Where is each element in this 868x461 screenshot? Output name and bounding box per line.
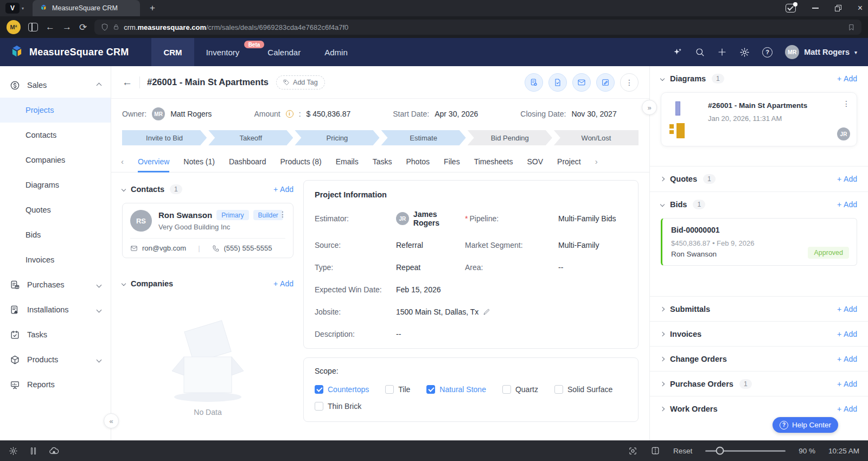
pipeline-stage-takeoff[interactable]: Takeoff bbox=[208, 130, 293, 145]
shield-icon[interactable] bbox=[101, 23, 108, 31]
expected-win-date-value[interactable]: Feb 15, 2026 bbox=[396, 285, 627, 294]
sidebar-item-purchases[interactable]: Purchases bbox=[0, 272, 111, 297]
contact-more-button[interactable]: ⋮ bbox=[279, 210, 286, 219]
nav-item-calendar[interactable]: Calendar bbox=[256, 38, 312, 66]
zoom-reset-button[interactable]: Reset bbox=[673, 447, 692, 455]
add-bid-button[interactable]: +Add bbox=[837, 200, 857, 209]
tab-dashboard[interactable]: Dashboard bbox=[229, 151, 266, 172]
user-menu[interactable]: MR Matt Rogers ▾ bbox=[785, 45, 857, 59]
sidebar-item-products[interactable]: Products bbox=[0, 347, 111, 372]
chevron-down-icon[interactable] bbox=[122, 281, 126, 286]
back-button[interactable]: ← bbox=[46, 22, 55, 33]
search-icon[interactable] bbox=[695, 47, 705, 57]
add-change-order-button[interactable]: +Add bbox=[837, 355, 857, 363]
sidebar-item-invoices[interactable]: Invoices bbox=[0, 247, 111, 272]
help-center-button[interactable]: ? Help Center bbox=[773, 417, 838, 433]
zoom-slider-knob[interactable] bbox=[716, 447, 724, 455]
email-button[interactable] bbox=[572, 73, 591, 92]
new-tab-button[interactable]: + bbox=[150, 3, 155, 14]
add-purchase-order-button[interactable]: +Add bbox=[837, 380, 857, 388]
tab-files[interactable]: Files bbox=[444, 151, 460, 172]
source-value[interactable]: Referral bbox=[396, 241, 465, 249]
chevron-down-icon[interactable] bbox=[660, 202, 665, 207]
add-quote-button[interactable]: +Add bbox=[837, 175, 857, 183]
pipeline-stage-pricing[interactable]: Pricing bbox=[295, 130, 379, 145]
scope-option-countertops[interactable]: Countertops bbox=[315, 385, 369, 394]
estimator-value[interactable]: JRJames Rogers bbox=[396, 210, 465, 227]
sidebar-item-projects[interactable]: Projects bbox=[0, 98, 111, 123]
minimize-button[interactable] bbox=[812, 8, 819, 9]
chevron-right-icon[interactable] bbox=[660, 306, 665, 311]
scope-option-tile[interactable]: Tile bbox=[385, 385, 410, 394]
chevron-right-icon[interactable] bbox=[660, 331, 665, 336]
chevron-down-icon[interactable] bbox=[660, 76, 665, 81]
diagram-more-button[interactable]: ⋮ bbox=[843, 99, 850, 108]
zoom-slider[interactable] bbox=[705, 450, 786, 452]
sidebar-item-diagrams[interactable]: Diagrams bbox=[0, 172, 111, 197]
scope-option-natural-stone[interactable]: Natural Stone bbox=[426, 385, 486, 394]
nav-item-crm[interactable]: CRM bbox=[151, 38, 194, 66]
create-document-button[interactable] bbox=[525, 73, 543, 92]
compose-button[interactable] bbox=[596, 73, 615, 92]
tab-timesheets[interactable]: Timesheets bbox=[474, 151, 513, 172]
tab-project[interactable]: Project bbox=[557, 151, 581, 172]
sidebar-collapse-button[interactable]: « bbox=[104, 413, 119, 428]
file-check-button[interactable] bbox=[548, 73, 567, 92]
forward-button[interactable]: → bbox=[62, 22, 72, 33]
tab-products[interactable]: Products (8) bbox=[280, 151, 321, 172]
browser-tab[interactable]: MeasureSquare CRM bbox=[33, 0, 140, 16]
chevron-right-icon[interactable] bbox=[660, 381, 665, 386]
capture-icon[interactable] bbox=[628, 446, 637, 456]
pipeline-stage-won-lost[interactable]: Won/Lost bbox=[554, 130, 639, 145]
tabs-scroll-left-icon[interactable]: ‹ bbox=[121, 157, 124, 166]
vivaldi-menu-button[interactable]: V bbox=[5, 3, 20, 14]
jobsite-value[interactable]: 1500 Main St, Dallas, Tx bbox=[396, 308, 627, 316]
bookmark-icon[interactable] bbox=[848, 24, 855, 31]
settings-gear-icon[interactable] bbox=[739, 47, 750, 57]
add-tag-button[interactable]: Add Tag bbox=[276, 75, 325, 89]
type-value[interactable]: Repeat bbox=[396, 263, 465, 272]
tabs-scroll-right-icon[interactable]: › bbox=[595, 157, 598, 166]
pipeline-stage-estimate[interactable]: Estimate bbox=[381, 130, 466, 145]
url-field[interactable]: crm.measuresquare.com/crm/sales/deals/69… bbox=[94, 20, 861, 35]
help-icon[interactable]: ? bbox=[762, 47, 773, 57]
contact-phone[interactable]: (555) 555-5555 bbox=[224, 244, 272, 252]
nav-item-inventory[interactable]: InventoryBeta bbox=[194, 38, 256, 66]
scope-option-thin-brick[interactable]: Thin Brick bbox=[315, 402, 361, 411]
scope-option-solid-surface[interactable]: Solid Surface bbox=[554, 385, 612, 394]
scope-option-quartz[interactable]: Quartz bbox=[502, 385, 538, 394]
pipeline-value[interactable]: Multi-Family Bids bbox=[558, 214, 627, 223]
edit-pencil-icon[interactable] bbox=[483, 308, 490, 316]
status-settings-icon[interactable] bbox=[9, 446, 18, 456]
area-value[interactable]: -- bbox=[558, 263, 627, 272]
tab-emails[interactable]: Emails bbox=[336, 151, 359, 172]
close-button[interactable]: × bbox=[858, 4, 863, 12]
tab-tasks[interactable]: Tasks bbox=[373, 151, 392, 172]
contact-card[interactable]: RS Ron Swanson Primary Builder Very Good… bbox=[122, 203, 293, 258]
sparkle-icon[interactable] bbox=[673, 47, 682, 57]
add-work-order-button[interactable]: +Add bbox=[837, 405, 857, 413]
sidebar-item-companies[interactable]: Companies bbox=[0, 148, 111, 172]
right-panel-expand-button[interactable]: » bbox=[642, 100, 657, 115]
tab-notes[interactable]: Notes (1) bbox=[183, 151, 215, 172]
sidebar-item-sales[interactable]: Sales bbox=[0, 73, 111, 98]
nav-item-admin[interactable]: Admin bbox=[312, 38, 360, 66]
diagram-card[interactable]: #26001 - Main St Apartments Jan 20, 2026… bbox=[661, 92, 857, 146]
update-available-icon[interactable] bbox=[786, 4, 796, 12]
sync-cloud-icon[interactable] bbox=[49, 446, 59, 456]
chevron-right-icon[interactable] bbox=[660, 177, 665, 181]
sidebar-item-contacts[interactable]: Contacts bbox=[0, 123, 111, 148]
add-company-button[interactable]: +Add bbox=[273, 279, 293, 288]
add-submittal-button[interactable]: +Add bbox=[837, 305, 857, 313]
sidebar-item-bids[interactable]: Bids bbox=[0, 222, 111, 247]
tab-sov[interactable]: SOV bbox=[527, 151, 544, 172]
amount-info-icon[interactable]: i bbox=[286, 110, 293, 118]
chevron-right-icon[interactable] bbox=[660, 406, 665, 411]
description-value[interactable]: -- bbox=[396, 330, 627, 338]
sidebar-item-reports[interactable]: Reports bbox=[0, 372, 111, 397]
side-panel-toggle-icon[interactable] bbox=[28, 23, 38, 31]
reload-button[interactable]: ⟳ bbox=[79, 22, 87, 33]
tab-photos[interactable]: Photos bbox=[406, 151, 430, 172]
tab-overview[interactable]: Overview bbox=[138, 151, 169, 172]
break-mode-icon[interactable] bbox=[31, 447, 36, 454]
